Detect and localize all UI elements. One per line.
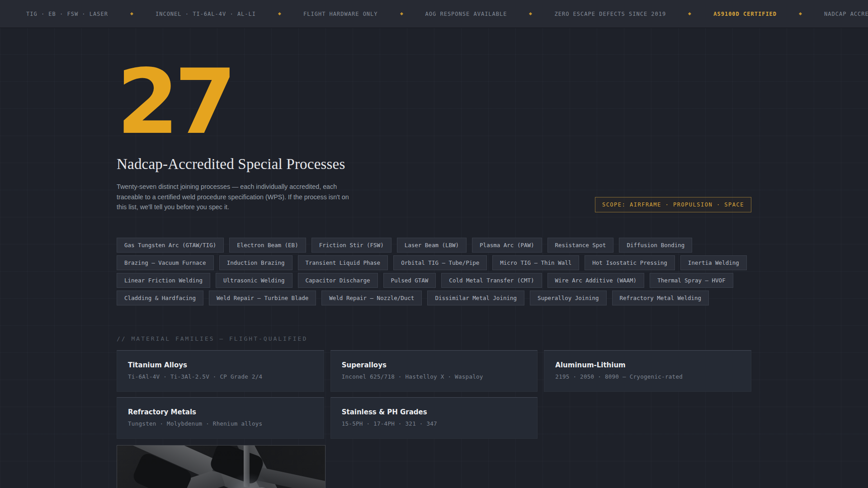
material-card-subtitle: Tungsten · Molybdenum · Rhenium alloys	[128, 420, 313, 427]
ticker-item: AOG RESPONSE AVAILABLE	[425, 11, 507, 17]
process-chip: Plasma Arc (PAW)	[472, 238, 542, 253]
process-chip: Wire Arc Additive (WAAM)	[547, 273, 645, 288]
process-chip: Diffusion Bonding	[619, 238, 692, 253]
process-chip: Hot Isostatic Pressing	[585, 255, 675, 270]
process-chip: Electron Beam (EB)	[229, 238, 306, 253]
process-chip: Micro TIG — Thin Wall	[492, 255, 579, 270]
process-chip: Friction Stir (FSW)	[311, 238, 392, 253]
material-card: Refractory Metals Tungsten · Molybdenum …	[117, 397, 324, 439]
process-chip: Weld Repair — Nozzle/Duct	[321, 291, 422, 305]
ticker-row: TIG · EB · FSW · LASER INCONEL · TI-6AL-…	[0, 11, 868, 17]
process-chip: Weld Repair — Turbine Blade	[209, 291, 316, 305]
scope-badge: SCOPE: AIRFRAME · PROPULSION · SPACE	[595, 197, 751, 212]
ticker-item: ZERO ESCAPE DEFECTS SINCE 2019	[554, 11, 666, 17]
process-chip: Thermal Spray — HVOF	[650, 273, 733, 288]
process-chip: Refractory Metal Welding	[612, 291, 709, 305]
material-card: Superalloys Inconel 625/718 · Hastelloy …	[330, 350, 538, 392]
process-chip: Gas Tungsten Arc (GTAW/TIG)	[117, 238, 224, 253]
ticker-item: NADCAP ACCREDITED	[824, 11, 868, 17]
material-card-title: Refractory Metals	[128, 408, 313, 416]
diamond-separator-icon	[799, 12, 802, 15]
process-chip: Cold Metal Transfer (CMT)	[441, 273, 542, 288]
material-card-title: Aluminum-Lithium	[555, 361, 740, 369]
material-card-title: Superalloys	[342, 361, 527, 369]
process-chip: Superalloy Joining	[530, 291, 606, 305]
photo-overlay	[117, 446, 325, 488]
material-card-title: Titanium Alloys	[128, 361, 313, 369]
material-card-title: Stainless & PH Grades	[342, 408, 527, 416]
material-card-subtitle: 15-5PH · 17-4PH · 321 · 347	[342, 420, 527, 427]
process-chip: Inertia Welding	[680, 255, 747, 270]
ticker-bar: TIG · EB · FSW · LASER INCONEL · TI-6AL-…	[0, 0, 868, 28]
material-card-subtitle: Inconel 625/718 · Hastelloy X · Waspaloy	[342, 373, 527, 380]
diamond-separator-icon	[529, 12, 532, 15]
hero-section: 27 Nadcap-Accredited Special Processes T…	[117, 28, 751, 212]
material-card: Titanium Alloys Ti-6Al-4V · Ti-3Al-2.5V …	[117, 350, 324, 392]
process-chip: Orbital TIG — Tube/Pipe	[393, 255, 487, 270]
process-chip-list: Gas Tungsten Arc (GTAW/TIG) Electron Bea…	[117, 238, 751, 305]
hero-row: Twenty-seven distinct joining processes …	[117, 182, 751, 212]
diamond-separator-icon	[400, 12, 403, 15]
process-chip: Dissimilar Metal Joining	[427, 291, 524, 305]
process-chip: Transient Liquid Phase	[298, 255, 388, 270]
ticker-item: FLIGHT HARDWARE ONLY	[303, 11, 378, 17]
process-count: 27	[117, 66, 751, 138]
material-card: Stainless & PH Grades 15-5PH · 17-4PH · …	[330, 397, 538, 439]
diamond-separator-icon	[130, 12, 133, 15]
process-chip: Ultrasonic Welding	[216, 273, 292, 288]
ticker-item: AS9100D CERTIFIED	[713, 11, 777, 17]
process-chip: Laser Beam (LBW)	[397, 238, 467, 253]
process-chip: Capacitor Discharge	[298, 273, 378, 288]
process-chip: Linear Friction Welding	[117, 273, 210, 288]
material-card-subtitle: 2195 · 2050 · 8090 — Cryogenic-rated	[555, 373, 740, 380]
ticker-item: TIG · EB · FSW · LASER	[26, 11, 108, 17]
ticker-item: INCONEL · TI-6AL-4V · AL-LI	[156, 11, 256, 17]
process-chip: Induction Brazing	[219, 255, 292, 270]
welding-photo	[117, 445, 326, 488]
material-cards-grid: Titanium Alloys Ti-6Al-4V · Ti-3Al-2.5V …	[117, 350, 751, 439]
diamond-separator-icon	[278, 12, 281, 15]
diamond-separator-icon	[688, 12, 691, 15]
page-title: Nadcap-Accredited Special Processes	[117, 156, 751, 173]
process-chip: Brazing — Vacuum Furnace	[117, 255, 214, 270]
process-chip: Pulsed GTAW	[383, 273, 436, 288]
process-chip: Cladding & Hardfacing	[117, 291, 203, 305]
process-chip: Resistance Spot	[547, 238, 614, 253]
material-card: Aluminum-Lithium 2195 · 2050 · 8090 — Cr…	[544, 350, 751, 392]
material-card-subtitle: Ti-6Al-4V · Ti-3Al-2.5V · CP Grade 2/4	[128, 373, 313, 380]
hero-description: Twenty-seven distinct joining processes …	[117, 182, 349, 212]
materials-section-label: // MATERIAL FAMILIES — FLIGHT-QUALIFIED	[117, 335, 751, 342]
